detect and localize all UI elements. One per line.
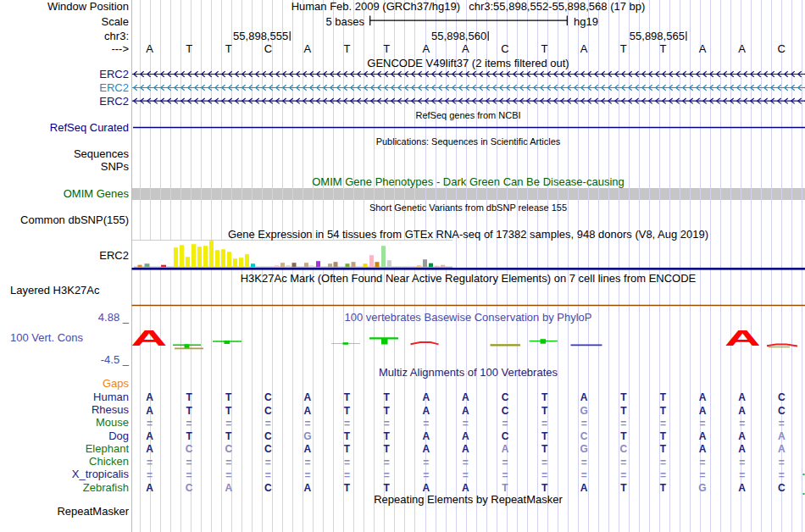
svg-text:A: A [724, 325, 761, 350]
svg-text:A: A [131, 325, 168, 350]
